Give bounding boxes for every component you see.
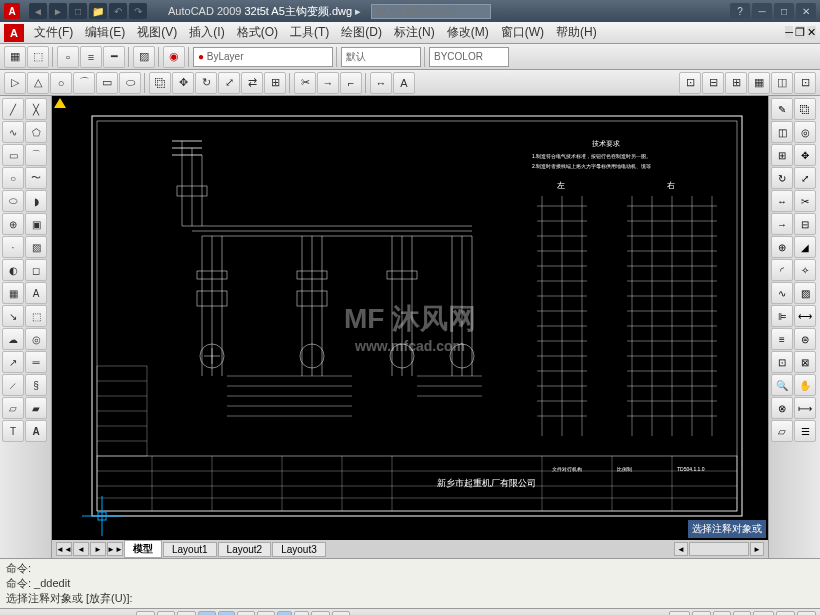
draw-point-icon[interactable]: · [2,236,24,258]
mod-offset-icon[interactable]: ◎ [794,121,816,143]
tool-rect-icon[interactable]: ▭ [96,72,118,94]
draw-3dpoly-icon[interactable]: ⟋ [2,374,24,396]
app-logo-icon[interactable]: A [4,3,20,19]
menu-edit[interactable]: 编辑(E) [79,22,131,43]
draw-hatch-icon[interactable]: ▨ [25,236,47,258]
mod-mirror-icon[interactable]: ◫ [771,121,793,143]
tab-last-button[interactable]: ►► [107,542,123,556]
tab-next-button[interactable]: ► [90,542,106,556]
draw-text2-icon[interactable]: A [25,420,47,442]
search-input[interactable] [371,4,491,19]
menu-insert[interactable]: 插入(I) [183,22,230,43]
maximize-button[interactable]: □ [774,3,794,19]
model-toggle[interactable]: ⊡ [332,611,350,615]
draw-ellipse-icon[interactable]: ⬭ [2,190,24,212]
tool-circle-icon[interactable]: ○ [50,72,72,94]
draw-line-icon[interactable]: ╱ [2,98,24,120]
linetype-dropdown[interactable]: 默认 [341,47,421,67]
tool-view4-icon[interactable]: ▦ [748,72,770,94]
mod-match-icon[interactable]: ⊜ [794,328,816,350]
doc-minimize-button[interactable]: ─ [785,26,793,39]
menu-modify[interactable]: 修改(M) [441,22,495,43]
nav-undo-button[interactable]: ↶ [109,3,127,19]
draw-boundary-icon[interactable]: ▱ [2,397,24,419]
tool-props-button[interactable]: ⬚ [27,46,49,68]
mod-scale-icon[interactable]: ⤢ [794,167,816,189]
draw-spline-icon[interactable]: 〜 [25,167,47,189]
nav-open-button[interactable]: 📁 [89,3,107,19]
nav-back-button[interactable]: ◄ [29,3,47,19]
draw-polygon-icon[interactable]: ⬠ [25,121,47,143]
tool-layer-button[interactable]: ▦ [4,46,26,68]
tool-text-icon[interactable]: A [393,72,415,94]
grid-toggle[interactable]: ⊞ [157,611,175,615]
tool-view3-icon[interactable]: ⊞ [725,72,747,94]
menu-format[interactable]: 格式(O) [231,22,284,43]
menu-tools[interactable]: 工具(T) [284,22,335,43]
tool-dim-icon[interactable]: ↔ [370,72,392,94]
doc-restore-button[interactable]: ❐ [795,26,805,39]
doc-close-button[interactable]: ✕ [807,26,816,39]
annovis-button[interactable]: ▲ [692,611,711,615]
tab-layout1[interactable]: Layout1 [163,542,217,557]
mod-zoom-icon[interactable]: 🔍 [771,374,793,396]
annoscale-button[interactable]: 🔒 [669,611,690,615]
mod-join-icon[interactable]: ⊕ [771,236,793,258]
draw-pline-icon[interactable]: ∿ [2,121,24,143]
draw-solid-icon[interactable]: ▰ [25,397,47,419]
draw-rect-icon[interactable]: ▭ [2,144,24,166]
draw-mline-icon[interactable]: ═ [25,351,47,373]
tool-mirror-icon[interactable]: ⇄ [241,72,263,94]
hscroll-left-button[interactable]: ◄ [674,542,688,556]
minimize-button[interactable]: ─ [752,3,772,19]
hardware-accel-button[interactable]: ▣ [776,611,795,615]
mod-chamfer-icon[interactable]: ◢ [794,236,816,258]
mod-array-icon[interactable]: ⊞ [771,144,793,166]
tool-block-button[interactable]: ◉ [163,46,185,68]
menu-help[interactable]: 帮助(H) [550,22,603,43]
mod-hatch-icon[interactable]: ▨ [794,282,816,304]
tool-linetype-button[interactable]: ≡ [80,46,102,68]
layer-dropdown[interactable]: ● ByLayer [193,47,333,67]
lwt-toggle[interactable]: ━ [294,611,309,615]
tab-prev-button[interactable]: ◄ [73,542,89,556]
tool-copy-icon[interactable]: ⿻ [149,72,171,94]
mod-pan-icon[interactable]: ✋ [794,374,816,396]
tool-scale-icon[interactable]: ⤢ [218,72,240,94]
draw-helix-icon[interactable]: § [25,374,47,396]
mod-dist-icon[interactable]: ⟼ [794,397,816,419]
workspace-button[interactable]: ⚙ [733,611,751,615]
dyn-toggle[interactable]: + [277,611,292,615]
tab-layout2[interactable]: Layout2 [218,542,272,557]
tool-trim-icon[interactable]: ✂ [294,72,316,94]
ortho-toggle[interactable]: ∟ [177,611,196,615]
mod-break-icon[interactable]: ⊟ [794,213,816,235]
menu-window[interactable]: 窗口(W) [495,22,550,43]
menu-dimension[interactable]: 标注(N) [388,22,441,43]
mod-move-icon[interactable]: ✥ [794,144,816,166]
tool-rotate-icon[interactable]: ↻ [195,72,217,94]
draw-block-icon[interactable]: ▣ [25,213,47,235]
mod-copy-icon[interactable]: ⿻ [794,98,816,120]
tool-lineweight-button[interactable]: ━ [103,46,125,68]
tool-array-icon[interactable]: ⊞ [264,72,286,94]
draw-ray-icon[interactable]: ↗ [2,351,24,373]
draw-dtext-icon[interactable]: T [2,420,24,442]
mod-group-icon[interactable]: ⊡ [771,351,793,373]
mod-explode-icon[interactable]: ✧ [794,259,816,281]
hscroll-right-button[interactable]: ► [750,542,764,556]
draw-arc-icon[interactable]: ⌒ [25,144,47,166]
drawing-canvas[interactable]: 技术要求 1.制造符合电气技术标准，按钮行色在制造时另一图。 2.制造时者接线端… [52,96,768,558]
draw-ellipsearc-icon[interactable]: ◗ [25,190,47,212]
nav-new-button[interactable]: □ [69,3,87,19]
tool-view2-icon[interactable]: ⊟ [702,72,724,94]
command-window[interactable]: 命令: 命令: _ddedit 选择注释对象或 [放弃(U)]: [0,558,820,608]
snap-toggle[interactable]: ▦ [136,611,155,615]
mod-ungroup-icon[interactable]: ⊠ [794,351,816,373]
tool-line-icon[interactable]: ▷ [4,72,26,94]
draw-insert-icon[interactable]: ⊕ [2,213,24,235]
mod-area-icon[interactable]: ▱ [771,420,793,442]
draw-wipeout-icon[interactable]: ⬚ [25,305,47,327]
tool-fillet-icon[interactable]: ⌐ [340,72,362,94]
otrack-toggle[interactable]: ∠ [237,611,255,615]
